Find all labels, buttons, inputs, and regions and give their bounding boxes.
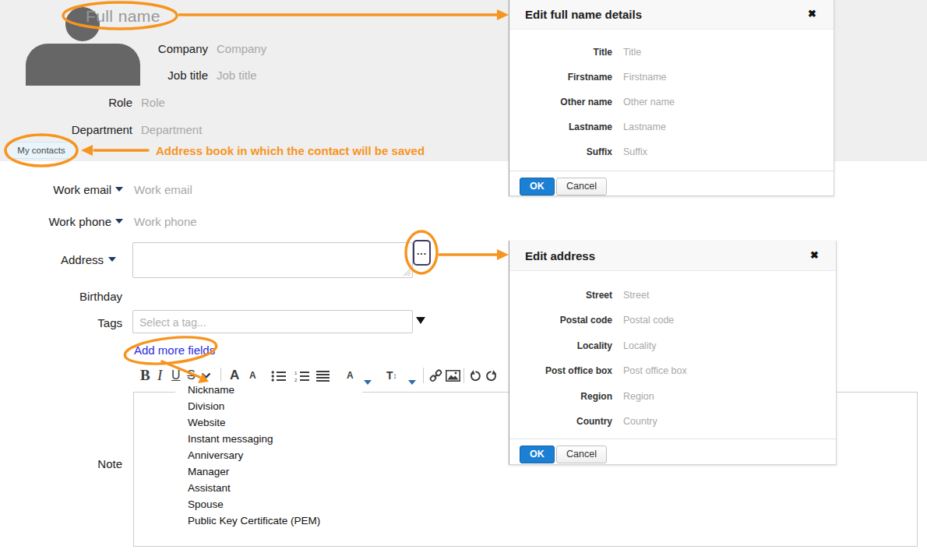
svg-text:1: 1 bbox=[294, 370, 298, 375]
menu-item-public-key-certificate[interactable]: Public Key Certificate (PEM) bbox=[175, 512, 362, 529]
postal-code-label: Postal code bbox=[509, 315, 612, 326]
country-label: Country bbox=[509, 416, 612, 427]
country-input[interactable]: Country bbox=[623, 416, 657, 427]
post-office-box-input[interactable]: Post office box bbox=[623, 365, 687, 376]
annotation-address-book-note: Address book in which the contact will b… bbox=[156, 144, 425, 157]
menu-item-spouse[interactable]: Spouse bbox=[175, 496, 362, 512]
text-color-caret-icon[interactable] bbox=[364, 373, 372, 392]
edit-full-name-modal: Edit full name details ✖ Title Title Fir… bbox=[509, 0, 834, 196]
more-fields-menu: Nickname Division Website Instant messag… bbox=[175, 382, 362, 529]
insert-image-button[interactable] bbox=[446, 366, 460, 385]
region-label: Region bbox=[509, 391, 612, 402]
locality-label: Locality bbox=[509, 340, 612, 351]
other-name-label: Other name bbox=[509, 97, 612, 107]
work-email-type-caret-icon[interactable] bbox=[115, 187, 123, 192]
modal-title: Edit address bbox=[525, 249, 595, 262]
full-name-input[interactable]: Full name bbox=[86, 7, 160, 26]
arrowhead-icon bbox=[497, 249, 509, 260]
firstname-label: Firstname bbox=[509, 72, 612, 83]
font-size-glyph: T bbox=[386, 369, 393, 382]
work-phone-type-label[interactable]: Work phone bbox=[0, 215, 111, 228]
other-name-input[interactable]: Other name bbox=[623, 97, 675, 107]
tags-placeholder: Select a tag... bbox=[139, 316, 206, 329]
job-title-input[interactable]: Job title bbox=[217, 69, 257, 82]
company-input[interactable]: Company bbox=[217, 42, 266, 55]
menu-item-website[interactable]: Website bbox=[175, 414, 362, 431]
italic-button[interactable]: I bbox=[157, 366, 162, 385]
locality-input[interactable]: Locality bbox=[623, 340, 656, 351]
lastname-label: Lastname bbox=[509, 122, 612, 132]
address-type-caret-icon[interactable] bbox=[108, 257, 116, 262]
title-label: Title bbox=[509, 47, 612, 58]
cancel-button[interactable]: Cancel bbox=[556, 446, 607, 463]
street-label: Street bbox=[509, 290, 612, 301]
birthday-label: Birthday bbox=[0, 290, 122, 303]
tags-input[interactable]: Select a tag... bbox=[132, 310, 413, 333]
ok-button[interactable]: OK bbox=[520, 446, 555, 463]
menu-item-division[interactable]: Division bbox=[175, 398, 362, 414]
bold-button[interactable]: B bbox=[140, 366, 150, 385]
menu-item-nickname[interactable]: Nickname bbox=[175, 382, 362, 398]
ok-button[interactable]: OK bbox=[520, 178, 555, 195]
insert-link-button[interactable] bbox=[429, 366, 442, 385]
address-book-selector-button[interactable]: My contacts bbox=[6, 142, 76, 159]
work-phone-type-caret-icon[interactable] bbox=[115, 219, 123, 224]
add-more-fields-link[interactable]: Add more fields bbox=[134, 343, 215, 357]
role-input[interactable]: Role bbox=[141, 96, 165, 109]
edit-address-details-button[interactable]: ... bbox=[413, 240, 431, 266]
postal-code-input[interactable]: Postal code bbox=[623, 315, 674, 326]
modal-header: Edit full name details ✖ bbox=[509, 0, 834, 30]
menu-item-manager[interactable]: Manager bbox=[175, 463, 362, 480]
close-icon[interactable]: ✖ bbox=[808, 8, 816, 19]
address-textarea[interactable] bbox=[132, 242, 413, 278]
contact-edit-page: Full name Company Company Job title Job … bbox=[0, 0, 927, 560]
font-size-button[interactable]: T↕ bbox=[386, 366, 397, 385]
toolbar-divider bbox=[423, 368, 424, 383]
menu-item-assistant[interactable]: Assistant bbox=[175, 480, 362, 496]
department-label: Department bbox=[0, 123, 132, 136]
title-input[interactable]: Title bbox=[623, 47, 641, 58]
work-email-type-label[interactable]: Work email bbox=[0, 183, 111, 196]
modal-footer: OK Cancel bbox=[509, 171, 834, 196]
job-title-label: Job title bbox=[0, 69, 208, 82]
lastname-input[interactable]: Lastname bbox=[623, 122, 666, 132]
undo-icon[interactable] bbox=[469, 366, 482, 385]
toolbar-divider bbox=[464, 368, 464, 383]
svg-text:2: 2 bbox=[294, 378, 298, 382]
street-input[interactable]: Street bbox=[623, 290, 649, 301]
department-input[interactable]: Department bbox=[141, 123, 202, 136]
firstname-input[interactable]: Firstname bbox=[623, 72, 667, 83]
note-label: Note bbox=[0, 457, 122, 470]
address-type-label[interactable]: Address bbox=[0, 253, 104, 266]
modal-footer: OK Cancel bbox=[509, 438, 836, 465]
company-label: Company bbox=[0, 42, 208, 55]
role-label: Role bbox=[0, 96, 132, 109]
toolbar-divider bbox=[220, 368, 221, 383]
region-input[interactable]: Region bbox=[623, 391, 654, 402]
edit-address-modal: Edit address ✖ Street Street Postal code… bbox=[509, 241, 837, 465]
tags-dropdown-caret-icon[interactable] bbox=[416, 317, 425, 324]
work-phone-input[interactable]: Work phone bbox=[134, 215, 197, 228]
post-office-box-label: Post office box bbox=[509, 365, 612, 376]
close-icon[interactable]: ✖ bbox=[810, 249, 819, 261]
suffix-input[interactable]: Suffix bbox=[623, 146, 647, 157]
font-size-caret-icon[interactable] bbox=[408, 373, 416, 392]
redo-icon[interactable] bbox=[485, 366, 498, 385]
modal-title: Edit full name details bbox=[525, 8, 642, 21]
menu-item-instant-messaging[interactable]: Instant messaging bbox=[175, 431, 362, 447]
resize-grip-icon[interactable] bbox=[403, 268, 411, 276]
suffix-label: Suffix bbox=[509, 146, 612, 157]
modal-header: Edit address ✖ bbox=[509, 241, 836, 271]
tags-label: Tags bbox=[0, 316, 122, 329]
cancel-button[interactable]: Cancel bbox=[556, 178, 607, 195]
menu-item-anniversary[interactable]: Anniversary bbox=[175, 447, 362, 463]
work-email-input[interactable]: Work email bbox=[134, 183, 192, 196]
